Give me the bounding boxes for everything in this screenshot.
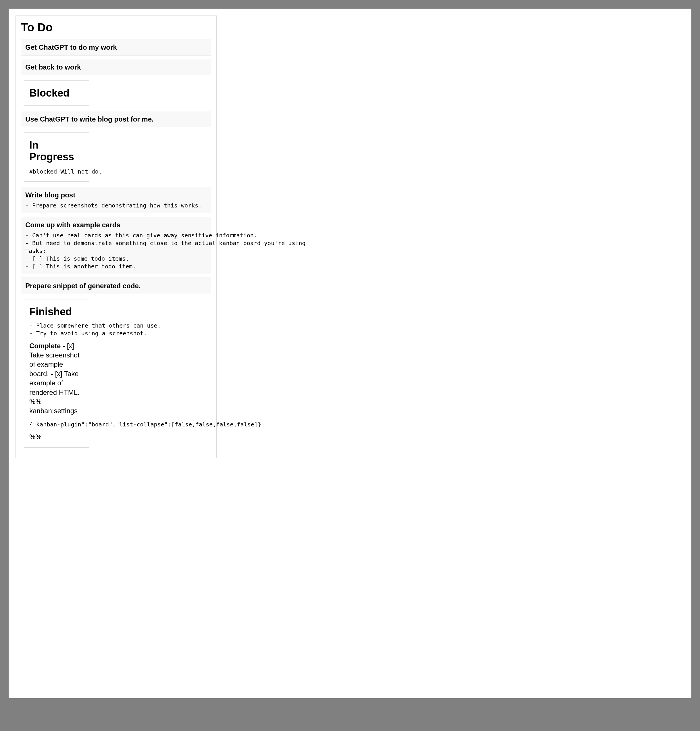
- complete-label: Complete: [29, 342, 61, 350]
- finished-complete: Complete - [x] Take screenshot of exampl…: [29, 341, 84, 416]
- inprogress-note: #blocked Will not do.: [29, 168, 84, 175]
- card[interactable]: Prepare snippet of generated code.: [21, 277, 211, 294]
- finished-json: {"kanban-plugin":"board","list-collapse"…: [29, 421, 84, 428]
- finished-pct: %%: [29, 433, 84, 441]
- finished-body: - Place somewhere that others can use. -…: [29, 322, 84, 337]
- card-title: Get back to work: [25, 63, 207, 72]
- kanban-column: To Do Get ChatGPT to do my work Get back…: [16, 16, 217, 458]
- card-title: Write blog post: [25, 191, 207, 200]
- page: To Do Get ChatGPT to do my work Get back…: [9, 9, 691, 698]
- card[interactable]: Get ChatGPT to do my work: [21, 39, 211, 56]
- complete-text: - [x] Take screenshot of example board. …: [29, 342, 79, 415]
- card-title: Get ChatGPT to do my work: [25, 43, 207, 52]
- card-body: - Can't use real cards as this can give …: [25, 232, 207, 270]
- column-title-blocked: Blocked: [29, 87, 84, 99]
- card[interactable]: Use ChatGPT to write blog post for me.: [21, 111, 211, 127]
- inprogress-box: In Progress #blocked Will not do.: [24, 132, 90, 182]
- card-title: Come up with example cards: [25, 220, 207, 229]
- card-body: - Prepare screenshots demonstrating how …: [25, 202, 207, 210]
- card-title: Prepare snippet of generated code.: [25, 281, 207, 290]
- card-title: Use ChatGPT to write blog post for me.: [25, 114, 207, 123]
- card[interactable]: Get back to work: [21, 59, 211, 75]
- column-title-finished: Finished: [29, 306, 84, 317]
- blocked-box: Blocked: [24, 81, 90, 106]
- card[interactable]: Write blog post - Prepare screenshots de…: [21, 187, 211, 213]
- column-title-todo: To Do: [21, 21, 211, 34]
- column-title-inprogress: In Progress: [29, 139, 84, 163]
- card[interactable]: Come up with example cards - Can't use r…: [21, 217, 211, 274]
- finished-box: Finished - Place somewhere that others c…: [24, 299, 90, 448]
